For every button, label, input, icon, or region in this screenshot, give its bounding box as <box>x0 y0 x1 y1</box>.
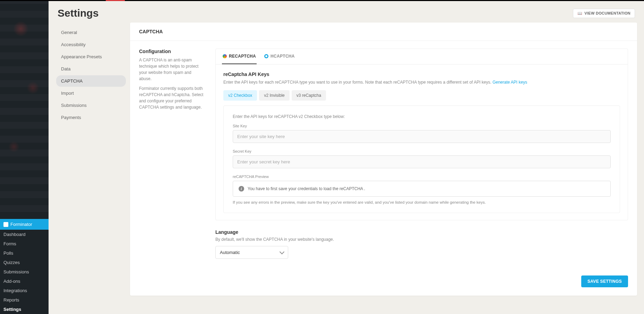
submenu-quizzes[interactable]: Quizzes <box>0 258 49 267</box>
api-keys-box: Enter the API keys for reCAPTCHA v2 Chec… <box>223 105 620 213</box>
settings-nav-appearance[interactable]: Appearance Presets <box>56 51 126 62</box>
settings-nav-submissions[interactable]: Submissions <box>56 100 126 111</box>
settings-nav-captcha[interactable]: CAPTCHA <box>56 75 126 87</box>
wp-sidebar-upper-blurred <box>0 1 49 219</box>
settings-nav-general[interactable]: General <box>56 27 126 38</box>
panel-footer: SAVE SETTINGS <box>130 272 637 287</box>
submenu-forms[interactable]: Forms <box>0 239 49 248</box>
secret-key-input[interactable] <box>233 155 611 168</box>
settings-nav-payments[interactable]: Payments <box>56 112 126 123</box>
recaptcha-section: reCaptcha API Keys Enter the API keys fo… <box>216 65 628 220</box>
configuration-desc-2: Forminator currently supports both reCAP… <box>139 85 205 110</box>
wp-admin-sidebar: Forminator Dashboard Forms Polls Quizzes… <box>0 1 49 314</box>
panel-title: CAPTCHA <box>130 23 637 41</box>
language-section: Language By default, we'll show the CAPT… <box>130 223 637 262</box>
secret-key-label: Secret Key <box>233 149 611 153</box>
recaptcha-api-title: reCaptcha API Keys <box>223 71 620 77</box>
tab-v2-invisible[interactable]: v2 Invisible <box>259 90 289 101</box>
tab-v2-checkbox[interactable]: v2 Checkbox <box>223 90 257 101</box>
tab-recaptcha[interactable]: RECAPTCHA <box>222 49 257 64</box>
recaptcha-preview-label: reCAPTCHA Preview <box>233 175 611 179</box>
site-key-label: Site Key <box>233 124 611 128</box>
chevron-down-icon <box>280 249 284 254</box>
forminator-menu-head[interactable]: Forminator <box>0 219 49 230</box>
settings-nav-import[interactable]: Import <box>56 87 126 99</box>
language-select-value: Automatic <box>220 250 240 255</box>
recaptcha-preview-note: If you see any errors in the preview, ma… <box>233 200 611 204</box>
configuration-aside: Configuration A CAPTCHA is an anti-spam … <box>139 49 205 220</box>
settings-nav-data[interactable]: Data <box>56 63 126 75</box>
forminator-submenu: Forminator Dashboard Forms Polls Quizzes… <box>0 219 49 314</box>
recaptcha-preview-msg: You have to first save your credentials … <box>248 186 365 191</box>
info-icon: i <box>239 186 244 192</box>
settings-nav: General Accessibility Appearance Presets… <box>52 23 130 128</box>
generate-api-keys-link[interactable]: Generate API keys <box>492 80 527 85</box>
hcaptcha-icon <box>264 54 268 58</box>
page: Settings 📖 VIEW DOCUMENTATION General Ac… <box>49 1 644 314</box>
submenu-integrations[interactable]: Integrations <box>0 286 49 295</box>
configuration-title: Configuration <box>139 49 205 54</box>
tab-v3-recaptcha[interactable]: v3 reCaptcha <box>292 90 326 101</box>
site-key-input[interactable] <box>233 130 611 143</box>
book-icon: 📖 <box>577 11 582 16</box>
language-select[interactable]: Automatic <box>215 246 288 259</box>
settings-nav-accessibility[interactable]: Accessibility <box>56 39 126 50</box>
captcha-config-box: RECAPTCHA HCAPTCHA reCaptcha API Keys En… <box>215 49 628 220</box>
captcha-provider-tabs: RECAPTCHA HCAPTCHA <box>216 49 628 65</box>
submenu-reports[interactable]: Reports <box>0 295 49 305</box>
language-title: Language <box>215 229 628 235</box>
recaptcha-api-desc: Enter the API keys for each reCAPTCHA ty… <box>223 79 620 85</box>
recaptcha-preview-box: i You have to first save your credential… <box>233 181 611 197</box>
submenu-addons[interactable]: Add-ons <box>0 277 49 286</box>
recaptcha-version-tabs: v2 Checkbox v2 Invisible v3 reCaptcha <box>223 90 620 101</box>
tab-hcaptcha-label: HCAPTCHA <box>271 54 295 59</box>
forminator-icon <box>3 222 8 227</box>
page-title: Settings <box>58 7 98 19</box>
forminator-menu-label: Forminator <box>10 222 32 227</box>
api-keys-hint: Enter the API keys for reCAPTCHA v2 Chec… <box>233 114 611 119</box>
page-header: Settings 📖 VIEW DOCUMENTATION <box>49 1 644 23</box>
tab-recaptcha-label: RECAPTCHA <box>229 54 256 59</box>
recaptcha-icon <box>223 54 227 58</box>
view-documentation-button[interactable]: 📖 VIEW DOCUMENTATION <box>573 9 635 18</box>
configuration-desc-1: A CAPTCHA is an anti-spam technique whic… <box>139 57 205 82</box>
save-settings-button[interactable]: SAVE SETTINGS <box>581 275 628 287</box>
language-desc: By default, we'll show the CAPTCHA in yo… <box>215 237 628 242</box>
tab-hcaptcha[interactable]: HCAPTCHA <box>264 49 295 64</box>
submenu-dashboard[interactable]: Dashboard <box>0 230 49 239</box>
settings-panel: CAPTCHA Configuration A CAPTCHA is an an… <box>130 23 637 296</box>
submenu-polls[interactable]: Polls <box>0 248 49 258</box>
submenu-submissions[interactable]: Submissions <box>0 267 49 277</box>
submenu-settings[interactable]: Settings <box>0 305 49 314</box>
view-documentation-label: VIEW DOCUMENTATION <box>584 11 630 15</box>
